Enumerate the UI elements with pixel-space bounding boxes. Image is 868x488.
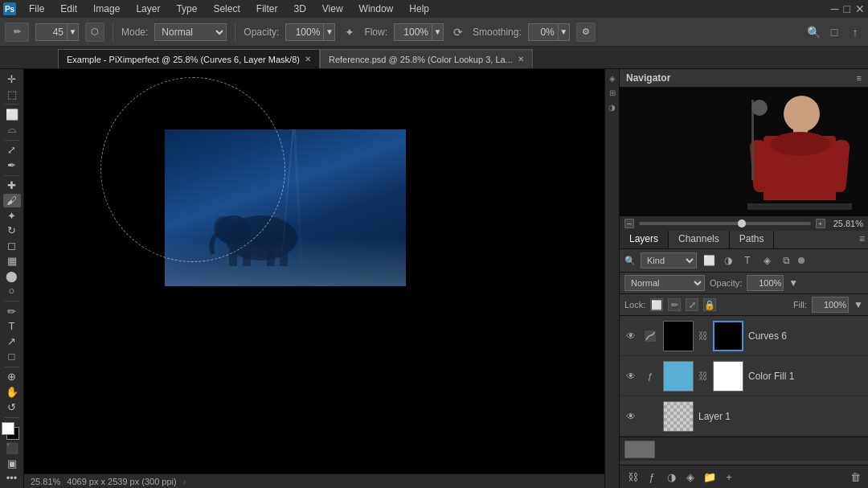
opacity-dropdown-btn[interactable]: ▼ (788, 277, 798, 289)
zoom-slider-handle[interactable] (738, 219, 746, 228)
tab-example[interactable]: Example - PiXimperfect @ 25.8% (Curves 6… (58, 49, 320, 68)
menu-file[interactable]: File (26, 3, 47, 14)
tab-reference-close[interactable]: ✕ (518, 55, 524, 64)
layer-link-colorfill1[interactable]: ⛓ (698, 370, 708, 383)
type-tool[interactable]: T (3, 320, 21, 334)
type-layer-filter[interactable]: T (740, 253, 755, 268)
zoom-out-btn[interactable]: ─ (624, 219, 634, 228)
menu-filter[interactable]: Filter (253, 3, 281, 14)
add-layer-mask-btn[interactable]: ◑ (663, 469, 679, 485)
smoothing-icon[interactable]: ⟳ (450, 24, 466, 40)
smoothing-input[interactable] (528, 23, 559, 41)
lock-all-btn[interactable]: 🔒 (703, 298, 716, 311)
layer-row-curves6[interactable]: 👁 ⛓ Curves 6 (620, 316, 868, 356)
create-group-btn[interactable]: 📁 (702, 469, 718, 485)
menu-3d[interactable]: 3D (290, 3, 309, 14)
artboard-tool[interactable]: ⬚ (3, 88, 21, 101)
brush-preset-picker[interactable]: ✏ (5, 23, 29, 42)
color-swatches[interactable] (2, 422, 23, 438)
paths-tab[interactable]: Paths (730, 230, 775, 248)
opacity-input[interactable] (285, 23, 324, 41)
layer-eye-colorfill1[interactable]: 👁 (624, 370, 637, 383)
link-layers-btn[interactable]: ⛓ (624, 469, 641, 485)
gradient-tool[interactable]: ▦ (3, 254, 21, 268)
shape-tool[interactable]: □ (3, 350, 21, 363)
create-adjustment-btn[interactable]: ◈ (682, 469, 698, 485)
menu-type[interactable]: Type (173, 3, 200, 14)
crop-tool[interactable]: ⤢ (3, 143, 21, 157)
canvas-area[interactable]: 25.81% 4069 px x 2539 px (300 ppi) › (24, 69, 604, 488)
restore-button[interactable]: □ (844, 2, 850, 15)
menu-edit[interactable]: Edit (57, 3, 80, 14)
lasso-tool[interactable]: ⌓ (3, 123, 21, 137)
eraser-tool[interactable]: ◻ (3, 239, 21, 252)
brush-size-dropdown[interactable]: ▼ (68, 23, 79, 41)
tab-reference[interactable]: Reference.psd @ 25.8% (Color Lookup 3, L… (320, 49, 533, 68)
history-brush-tool[interactable]: ↻ (3, 224, 21, 238)
dodge-tool[interactable]: ○ (3, 284, 21, 297)
layer-row-layer1[interactable]: 👁 Layer 1 (620, 396, 868, 437)
brush-tool[interactable]: 🖌 (3, 194, 21, 207)
workspace-icon[interactable]: □ (826, 24, 842, 40)
menu-help[interactable]: Help (406, 3, 432, 14)
fill-dropdown-btn[interactable]: ▼ (854, 299, 863, 310)
delete-layer-btn[interactable]: 🗑 (847, 469, 863, 485)
menu-view[interactable]: View (319, 3, 346, 14)
screen-mode[interactable]: ▣ (3, 457, 21, 470)
eyedropper-tool[interactable]: ✒ (3, 158, 21, 172)
healing-brush-tool[interactable]: ✚ (3, 179, 21, 193)
pixel-layer-filter[interactable]: ⬜ (702, 253, 716, 268)
menu-image[interactable]: Image (90, 3, 123, 14)
move-tool[interactable]: ✛ (3, 72, 21, 86)
clone-stamp-tool[interactable]: ✦ (3, 209, 21, 223)
foreground-color-swatch[interactable] (2, 422, 14, 435)
smoothing-dropdown[interactable]: ▼ (559, 23, 570, 41)
lock-pixels-btn[interactable]: ⬜ (650, 298, 663, 311)
shape-layer-filter[interactable]: ◈ (760, 253, 774, 268)
lock-artboard-btn[interactable]: ⤢ (686, 298, 698, 311)
layer-row-colorfill1[interactable]: 👁 ƒ ⛓ Color Fill 1 (620, 356, 868, 396)
menu-window[interactable]: Window (356, 3, 397, 14)
rotate-view-tool[interactable]: ↺ (3, 400, 21, 414)
create-new-layer-btn[interactable]: + (721, 469, 737, 485)
layer-link-curves6[interactable]: ⛓ (698, 330, 708, 342)
adjustments-btn[interactable]: ◑ (607, 101, 618, 113)
blur-tool[interactable]: ⬤ (3, 269, 21, 283)
blend-mode-select[interactable]: Normal (154, 23, 227, 41)
zoom-tool[interactable]: ⊕ (3, 370, 21, 383)
flow-dropdown[interactable]: ▼ (432, 23, 444, 41)
airbrush-icon[interactable]: ✦ (342, 24, 358, 40)
path-select-tool[interactable]: ↗ (3, 334, 21, 348)
layer-opacity-input[interactable] (747, 275, 784, 291)
layers-tab[interactable]: Layers (620, 230, 669, 248)
search-icon[interactable]: 🔍 (805, 24, 821, 40)
history-btn[interactable]: ◈ (607, 72, 618, 84)
navigator-options[interactable]: ≡ (857, 73, 862, 83)
menu-layer[interactable]: Layer (133, 3, 163, 14)
opacity-dropdown[interactable]: ▼ (324, 23, 335, 41)
share-icon[interactable]: ↑ (847, 24, 863, 40)
minimize-button[interactable]: ─ (831, 2, 839, 15)
menu-select[interactable]: Select (210, 3, 243, 14)
layer-blend-mode-select[interactable]: Normal (624, 275, 705, 291)
brush-hardness-btn[interactable]: ⬡ (85, 23, 104, 42)
add-layer-style-btn[interactable]: ƒ (644, 469, 660, 485)
more-tools[interactable]: ••• (3, 472, 21, 486)
fill-input[interactable] (812, 297, 849, 313)
kind-select[interactable]: Kind (641, 252, 697, 269)
smart-object-filter[interactable]: ⧉ (779, 253, 793, 268)
zoom-slider[interactable] (639, 222, 811, 225)
tab-example-close[interactable]: ✕ (305, 55, 311, 64)
smoothing-settings-btn[interactable]: ⚙ (576, 23, 596, 42)
hand-tool[interactable]: ✋ (3, 385, 21, 399)
close-button[interactable]: ✕ (855, 2, 865, 15)
layer-eye-curves6[interactable]: 👁 (624, 330, 637, 342)
adjustment-layer-filter[interactable]: ◑ (721, 253, 735, 268)
layers-panel-options[interactable]: ≡ (856, 230, 868, 248)
flow-input[interactable] (394, 23, 432, 41)
lock-position-btn[interactable]: ✏ (668, 298, 681, 311)
edit-in-quick-mask[interactable]: ⬛ (3, 441, 21, 455)
brush-size-input[interactable] (35, 23, 68, 41)
zoom-in-btn[interactable]: + (816, 219, 825, 228)
layer-eye-layer1[interactable]: 👁 (624, 410, 637, 423)
